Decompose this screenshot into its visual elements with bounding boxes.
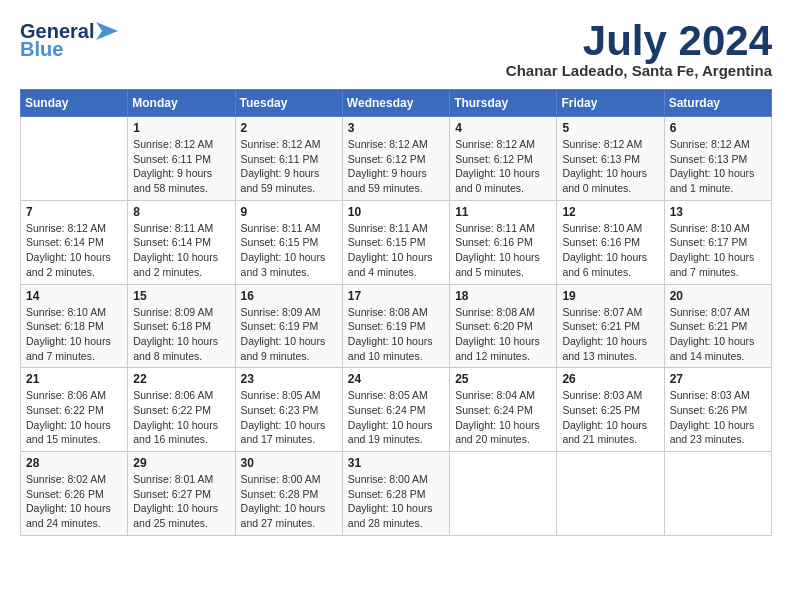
month-title: July 2024 <box>506 20 772 62</box>
day-number: 30 <box>241 456 337 470</box>
day-info: Sunrise: 8:01 AM Sunset: 6:27 PM Dayligh… <box>133 472 229 531</box>
calendar-day-cell <box>557 452 664 536</box>
calendar-day-cell: 5Sunrise: 8:12 AM Sunset: 6:13 PM Daylig… <box>557 117 664 201</box>
day-info: Sunrise: 8:00 AM Sunset: 6:28 PM Dayligh… <box>348 472 444 531</box>
calendar-day-cell: 15Sunrise: 8:09 AM Sunset: 6:18 PM Dayli… <box>128 284 235 368</box>
calendar-day-cell: 9Sunrise: 8:11 AM Sunset: 6:15 PM Daylig… <box>235 200 342 284</box>
day-number: 26 <box>562 372 658 386</box>
day-info: Sunrise: 8:10 AM Sunset: 6:18 PM Dayligh… <box>26 305 122 364</box>
day-info: Sunrise: 8:00 AM Sunset: 6:28 PM Dayligh… <box>241 472 337 531</box>
day-number: 25 <box>455 372 551 386</box>
calendar-week-row: 7Sunrise: 8:12 AM Sunset: 6:14 PM Daylig… <box>21 200 772 284</box>
calendar-day-cell: 29Sunrise: 8:01 AM Sunset: 6:27 PM Dayli… <box>128 452 235 536</box>
calendar-day-cell: 28Sunrise: 8:02 AM Sunset: 6:26 PM Dayli… <box>21 452 128 536</box>
day-info: Sunrise: 8:08 AM Sunset: 6:20 PM Dayligh… <box>455 305 551 364</box>
calendar-day-cell: 6Sunrise: 8:12 AM Sunset: 6:13 PM Daylig… <box>664 117 771 201</box>
calendar-day-cell: 10Sunrise: 8:11 AM Sunset: 6:15 PM Dayli… <box>342 200 449 284</box>
calendar-day-cell: 27Sunrise: 8:03 AM Sunset: 6:26 PM Dayli… <box>664 368 771 452</box>
calendar-day-cell <box>450 452 557 536</box>
calendar-day-cell: 3Sunrise: 8:12 AM Sunset: 6:12 PM Daylig… <box>342 117 449 201</box>
logo-container: General Blue <box>20 20 124 60</box>
day-info: Sunrise: 8:06 AM Sunset: 6:22 PM Dayligh… <box>26 388 122 447</box>
page-header: General Blue July 2024 Chanar Ladeado, S… <box>20 20 772 79</box>
calendar-week-row: 21Sunrise: 8:06 AM Sunset: 6:22 PM Dayli… <box>21 368 772 452</box>
calendar-day-cell: 23Sunrise: 8:05 AM Sunset: 6:23 PM Dayli… <box>235 368 342 452</box>
day-number: 10 <box>348 205 444 219</box>
calendar-day-cell: 24Sunrise: 8:05 AM Sunset: 6:24 PM Dayli… <box>342 368 449 452</box>
calendar-day-cell: 7Sunrise: 8:12 AM Sunset: 6:14 PM Daylig… <box>21 200 128 284</box>
calendar-day-cell <box>664 452 771 536</box>
calendar-day-cell: 30Sunrise: 8:00 AM Sunset: 6:28 PM Dayli… <box>235 452 342 536</box>
day-number: 4 <box>455 121 551 135</box>
day-info: Sunrise: 8:04 AM Sunset: 6:24 PM Dayligh… <box>455 388 551 447</box>
calendar-day-cell: 17Sunrise: 8:08 AM Sunset: 6:19 PM Dayli… <box>342 284 449 368</box>
calendar-day-cell: 2Sunrise: 8:12 AM Sunset: 6:11 PM Daylig… <box>235 117 342 201</box>
day-number: 20 <box>670 289 766 303</box>
day-number: 15 <box>133 289 229 303</box>
day-number: 5 <box>562 121 658 135</box>
day-info: Sunrise: 8:07 AM Sunset: 6:21 PM Dayligh… <box>562 305 658 364</box>
day-number: 22 <box>133 372 229 386</box>
day-number: 1 <box>133 121 229 135</box>
day-info: Sunrise: 8:03 AM Sunset: 6:26 PM Dayligh… <box>670 388 766 447</box>
calendar-day-cell: 16Sunrise: 8:09 AM Sunset: 6:19 PM Dayli… <box>235 284 342 368</box>
calendar-day-cell: 1Sunrise: 8:12 AM Sunset: 6:11 PM Daylig… <box>128 117 235 201</box>
day-info: Sunrise: 8:12 AM Sunset: 6:12 PM Dayligh… <box>348 137 444 196</box>
calendar-day-cell: 13Sunrise: 8:10 AM Sunset: 6:17 PM Dayli… <box>664 200 771 284</box>
day-number: 27 <box>670 372 766 386</box>
day-number: 2 <box>241 121 337 135</box>
calendar-day-cell: 22Sunrise: 8:06 AM Sunset: 6:22 PM Dayli… <box>128 368 235 452</box>
day-info: Sunrise: 8:08 AM Sunset: 6:19 PM Dayligh… <box>348 305 444 364</box>
location-subtitle: Chanar Ladeado, Santa Fe, Argentina <box>506 62 772 79</box>
day-info: Sunrise: 8:12 AM Sunset: 6:12 PM Dayligh… <box>455 137 551 196</box>
day-number: 12 <box>562 205 658 219</box>
calendar-day-header: Tuesday <box>235 90 342 117</box>
day-info: Sunrise: 8:10 AM Sunset: 6:17 PM Dayligh… <box>670 221 766 280</box>
calendar-day-cell <box>21 117 128 201</box>
day-number: 28 <box>26 456 122 470</box>
calendar-week-row: 1Sunrise: 8:12 AM Sunset: 6:11 PM Daylig… <box>21 117 772 201</box>
day-number: 18 <box>455 289 551 303</box>
calendar-body: 1Sunrise: 8:12 AM Sunset: 6:11 PM Daylig… <box>21 117 772 536</box>
day-number: 31 <box>348 456 444 470</box>
day-number: 8 <box>133 205 229 219</box>
svg-marker-0 <box>96 22 118 40</box>
day-info: Sunrise: 8:12 AM Sunset: 6:11 PM Dayligh… <box>133 137 229 196</box>
calendar-day-cell: 20Sunrise: 8:07 AM Sunset: 6:21 PM Dayli… <box>664 284 771 368</box>
day-info: Sunrise: 8:11 AM Sunset: 6:15 PM Dayligh… <box>241 221 337 280</box>
day-number: 7 <box>26 205 122 219</box>
day-number: 11 <box>455 205 551 219</box>
calendar-day-header: Thursday <box>450 90 557 117</box>
day-info: Sunrise: 8:06 AM Sunset: 6:22 PM Dayligh… <box>133 388 229 447</box>
day-number: 23 <box>241 372 337 386</box>
day-number: 9 <box>241 205 337 219</box>
day-info: Sunrise: 8:03 AM Sunset: 6:25 PM Dayligh… <box>562 388 658 447</box>
day-number: 24 <box>348 372 444 386</box>
day-info: Sunrise: 8:11 AM Sunset: 6:16 PM Dayligh… <box>455 221 551 280</box>
day-number: 19 <box>562 289 658 303</box>
calendar-table: SundayMondayTuesdayWednesdayThursdayFrid… <box>20 89 772 536</box>
day-number: 3 <box>348 121 444 135</box>
day-info: Sunrise: 8:02 AM Sunset: 6:26 PM Dayligh… <box>26 472 122 531</box>
day-info: Sunrise: 8:12 AM Sunset: 6:11 PM Dayligh… <box>241 137 337 196</box>
day-info: Sunrise: 8:12 AM Sunset: 6:14 PM Dayligh… <box>26 221 122 280</box>
calendar-week-row: 28Sunrise: 8:02 AM Sunset: 6:26 PM Dayli… <box>21 452 772 536</box>
day-info: Sunrise: 8:12 AM Sunset: 6:13 PM Dayligh… <box>670 137 766 196</box>
calendar-day-cell: 21Sunrise: 8:06 AM Sunset: 6:22 PM Dayli… <box>21 368 128 452</box>
day-info: Sunrise: 8:05 AM Sunset: 6:23 PM Dayligh… <box>241 388 337 447</box>
calendar-day-cell: 4Sunrise: 8:12 AM Sunset: 6:12 PM Daylig… <box>450 117 557 201</box>
calendar-header-row: SundayMondayTuesdayWednesdayThursdayFrid… <box>21 90 772 117</box>
day-info: Sunrise: 8:12 AM Sunset: 6:13 PM Dayligh… <box>562 137 658 196</box>
day-info: Sunrise: 8:07 AM Sunset: 6:21 PM Dayligh… <box>670 305 766 364</box>
calendar-day-header: Wednesday <box>342 90 449 117</box>
day-info: Sunrise: 8:10 AM Sunset: 6:16 PM Dayligh… <box>562 221 658 280</box>
day-number: 17 <box>348 289 444 303</box>
day-info: Sunrise: 8:05 AM Sunset: 6:24 PM Dayligh… <box>348 388 444 447</box>
logo-arrow-icon <box>96 20 124 42</box>
calendar-week-row: 14Sunrise: 8:10 AM Sunset: 6:18 PM Dayli… <box>21 284 772 368</box>
calendar-day-header: Monday <box>128 90 235 117</box>
day-number: 21 <box>26 372 122 386</box>
title-section: July 2024 Chanar Ladeado, Santa Fe, Arge… <box>506 20 772 79</box>
day-info: Sunrise: 8:11 AM Sunset: 6:14 PM Dayligh… <box>133 221 229 280</box>
calendar-day-cell: 12Sunrise: 8:10 AM Sunset: 6:16 PM Dayli… <box>557 200 664 284</box>
